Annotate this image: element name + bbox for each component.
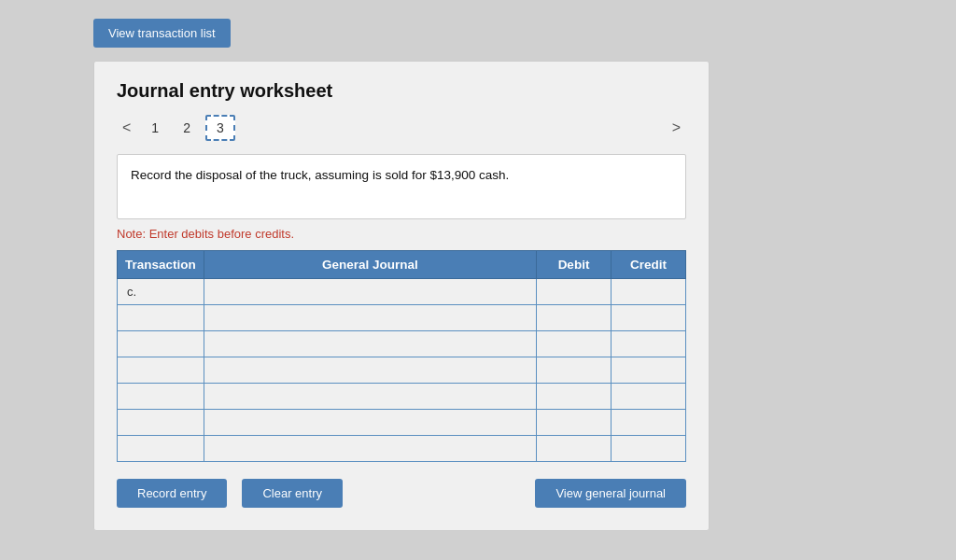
next-arrow[interactable]: > <box>667 118 686 138</box>
table-row <box>118 331 686 357</box>
credit-cell[interactable] <box>612 436 686 462</box>
transaction-cell <box>118 384 204 410</box>
debit-cell[interactable] <box>537 410 612 436</box>
credit-cell[interactable] <box>612 331 686 357</box>
table-row <box>118 357 686 384</box>
action-buttons-row: Record entry Clear entry View general jo… <box>117 479 686 508</box>
credit-input[interactable] <box>612 436 685 461</box>
debit-input[interactable] <box>537 410 611 435</box>
general-journal-cell[interactable] <box>204 436 536 462</box>
credit-input[interactable] <box>612 305 685 330</box>
general-journal-cell[interactable] <box>204 279 536 305</box>
table-row <box>118 410 686 436</box>
debit-input[interactable] <box>537 331 611 357</box>
credit-input[interactable] <box>612 279 685 304</box>
credit-input[interactable] <box>612 384 685 409</box>
credit-cell[interactable] <box>612 357 686 384</box>
clear-entry-button[interactable]: Clear entry <box>242 479 343 508</box>
transaction-cell <box>118 436 204 462</box>
table-row <box>118 436 686 462</box>
general-journal-cell[interactable] <box>204 410 536 436</box>
general-journal-cell[interactable] <box>204 305 536 331</box>
page-3-button[interactable]: 3 <box>205 115 235 141</box>
transaction-cell <box>118 331 204 357</box>
debit-cell[interactable] <box>537 331 612 357</box>
general-journal-input[interactable] <box>204 410 536 435</box>
debit-input[interactable] <box>537 279 611 304</box>
debit-input[interactable] <box>537 305 611 330</box>
page-1-button[interactable]: 1 <box>142 117 168 139</box>
debit-input[interactable] <box>537 436 611 461</box>
credit-input[interactable] <box>612 331 685 357</box>
transaction-cell <box>118 305 204 331</box>
credit-cell[interactable] <box>612 305 686 331</box>
view-transaction-button[interactable]: View transaction list <box>93 19 231 48</box>
journal-entry-worksheet: Journal entry worksheet < 1 2 3 > Record… <box>93 61 710 531</box>
pagination: < 1 2 3 > <box>117 115 686 141</box>
general-journal-input[interactable] <box>204 305 536 330</box>
page-2-button[interactable]: 2 <box>174 117 200 139</box>
general-journal-input[interactable] <box>204 384 536 409</box>
record-entry-button[interactable]: Record entry <box>117 479 227 508</box>
prev-arrow[interactable]: < <box>117 118 136 138</box>
instruction-text: Record the disposal of the truck, assumi… <box>117 154 686 219</box>
credit-cell[interactable] <box>612 279 686 305</box>
debit-cell[interactable] <box>537 357 612 384</box>
general-journal-cell[interactable] <box>204 357 536 384</box>
col-header-credit: Credit <box>612 251 686 279</box>
debit-input[interactable] <box>537 357 611 383</box>
general-journal-cell[interactable] <box>204 384 536 410</box>
note-text: Note: Enter debits before credits. <box>117 227 686 241</box>
col-header-debit: Debit <box>537 251 612 279</box>
col-header-general-journal: General Journal <box>204 251 536 279</box>
table-row: c. <box>118 279 686 305</box>
worksheet-title: Journal entry worksheet <box>117 80 686 102</box>
debit-cell[interactable] <box>537 384 612 410</box>
debit-cell[interactable] <box>537 279 612 305</box>
general-journal-input[interactable] <box>204 436 536 461</box>
col-header-transaction: Transaction <box>118 251 204 279</box>
journal-table: Transaction General Journal Debit Credit… <box>117 250 686 462</box>
debit-cell[interactable] <box>537 436 612 462</box>
transaction-cell <box>118 357 204 384</box>
table-row <box>118 384 686 410</box>
credit-cell[interactable] <box>612 384 686 410</box>
debit-input[interactable] <box>537 384 611 409</box>
debit-cell[interactable] <box>537 305 612 331</box>
table-row <box>118 305 686 331</box>
general-journal-input[interactable] <box>204 279 536 304</box>
credit-input[interactable] <box>612 357 685 383</box>
view-general-journal-button[interactable]: View general journal <box>535 479 686 508</box>
general-journal-cell[interactable] <box>204 331 536 357</box>
general-journal-input[interactable] <box>204 357 536 383</box>
general-journal-input[interactable] <box>204 331 536 357</box>
credit-input[interactable] <box>612 410 685 435</box>
transaction-cell: c. <box>118 279 204 305</box>
transaction-cell <box>118 410 204 436</box>
credit-cell[interactable] <box>612 410 686 436</box>
